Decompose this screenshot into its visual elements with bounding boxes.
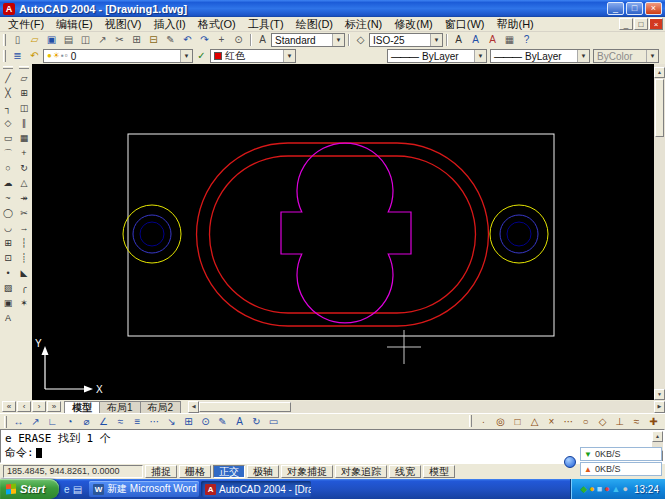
- restore-button[interactable]: □: [626, 2, 643, 15]
- start-button[interactable]: Start: [0, 479, 59, 499]
- bolt-hole-right-inner[interactable]: [507, 222, 531, 246]
- menu-item[interactable]: 绘图(D): [290, 17, 339, 32]
- status-osnap-button[interactable]: 对象捕捉: [281, 465, 333, 478]
- status-model-button[interactable]: 模型: [423, 465, 455, 478]
- copy-object-icon[interactable]: ⊞: [17, 86, 32, 101]
- pan-icon[interactable]: +: [213, 33, 230, 47]
- tray-icon-3[interactable]: ■: [597, 485, 602, 494]
- tab-layout2[interactable]: 布局2: [140, 401, 182, 413]
- dropdown-arrow-icon[interactable]: ▼: [474, 50, 486, 62]
- task-autocad[interactable]: A AutoCAD 2004 - [Dra...: [201, 481, 311, 497]
- child-close-button[interactable]: ×: [649, 18, 663, 30]
- rectangle-icon[interactable]: ▭: [1, 131, 16, 146]
- dim-ordinate-icon[interactable]: ∟: [44, 415, 61, 429]
- color-combo[interactable]: 红色 ▼: [210, 49, 296, 63]
- dropdown-arrow-icon[interactable]: ▼: [577, 50, 589, 62]
- menu-item[interactable]: 窗口(W): [439, 17, 491, 32]
- status-grid-button[interactable]: 栅格: [179, 465, 211, 478]
- toolbar-grip[interactable]: [3, 34, 6, 46]
- snap-intersection-icon[interactable]: ×: [543, 415, 560, 429]
- quicklaunch-desktop-icon[interactable]: ▤: [73, 484, 82, 495]
- tab-last-button[interactable]: »: [47, 401, 61, 412]
- polygon-icon[interactable]: ◇: [1, 116, 16, 131]
- redo-icon[interactable]: ↷: [196, 33, 213, 47]
- hatch-icon[interactable]: ▨: [1, 281, 16, 296]
- copy-icon[interactable]: ⊞: [128, 33, 145, 47]
- undo-icon[interactable]: ↶: [179, 33, 196, 47]
- extend-icon[interactable]: →: [17, 221, 32, 236]
- horizontal-scroll-thumb[interactable]: [199, 402, 291, 412]
- dim-angular-icon[interactable]: ∠: [95, 415, 112, 429]
- dim-style-icon[interactable]: ▭: [265, 415, 282, 429]
- mtext-icon[interactable]: A: [450, 33, 467, 47]
- cad-drawing[interactable]: Y X: [32, 64, 654, 400]
- array-icon[interactable]: ▦: [17, 131, 32, 146]
- dim-tolerance-icon[interactable]: ⊞: [180, 415, 197, 429]
- trim-icon[interactable]: ✂: [17, 206, 32, 221]
- dim-continue-icon[interactable]: ⋯: [146, 415, 163, 429]
- mtext-tool-icon[interactable]: A: [1, 311, 16, 326]
- quicklaunch-ie-icon[interactable]: e: [64, 484, 70, 495]
- mirror-icon[interactable]: ◫: [17, 101, 32, 116]
- new-file-icon[interactable]: ▯: [9, 33, 26, 47]
- explode-icon[interactable]: ✶: [17, 296, 32, 311]
- tray-icon-4[interactable]: ●: [604, 485, 609, 494]
- save-icon[interactable]: ▣: [43, 33, 60, 47]
- bolt-ring-right[interactable]: [490, 205, 548, 263]
- toolbar-grip[interactable]: [19, 66, 29, 69]
- insert-block-icon[interactable]: ⊞: [1, 236, 16, 251]
- toolbar-grip[interactable]: [3, 66, 13, 69]
- close-button[interactable]: ×: [645, 2, 662, 15]
- scale-icon[interactable]: △: [17, 176, 32, 191]
- spline-icon[interactable]: ~: [1, 191, 16, 206]
- paste-icon[interactable]: ⊟: [145, 33, 162, 47]
- vertical-scroll-thumb[interactable]: [655, 79, 664, 137]
- dim-radius-icon[interactable]: ◔: [61, 415, 78, 429]
- text-style-manager-icon[interactable]: A: [254, 33, 271, 47]
- rotate-icon[interactable]: ↻: [17, 161, 32, 176]
- tab-first-button[interactable]: «: [2, 401, 16, 412]
- offset-icon[interactable]: ∥: [17, 116, 32, 131]
- zoom-realtime-icon[interactable]: ⊙: [230, 33, 247, 47]
- publish-icon[interactable]: ↗: [94, 33, 111, 47]
- construction-line-icon[interactable]: ╳: [1, 86, 16, 101]
- snap-quadrant-icon[interactable]: ◇: [594, 415, 611, 429]
- make-block-icon[interactable]: ⊡: [1, 251, 16, 266]
- break-icon[interactable]: ┊: [17, 251, 32, 266]
- scroll-left-icon[interactable]: ◀: [188, 401, 199, 413]
- bolt-hole-left[interactable]: [133, 215, 171, 253]
- status-lineweight-button[interactable]: 线宽: [389, 465, 421, 478]
- menu-item[interactable]: 格式(O): [192, 17, 242, 32]
- titlebar[interactable]: A AutoCAD 2004 - [Drawing1.dwg] _ □ ×: [0, 0, 665, 17]
- help-icon[interactable]: ?: [518, 33, 535, 47]
- polyline-icon[interactable]: ┐: [1, 101, 16, 116]
- dtext-icon[interactable]: A: [467, 33, 484, 47]
- scroll-up-icon[interactable]: ▲: [652, 431, 663, 442]
- region-icon[interactable]: ▣: [1, 296, 16, 311]
- task-word-document[interactable]: W 新建 Microsoft Word ...: [89, 481, 199, 497]
- tab-layout1[interactable]: 布局1: [99, 401, 141, 413]
- gasket-outer-stadium[interactable]: [197, 143, 489, 326]
- child-minimize-button[interactable]: _: [619, 18, 633, 30]
- dim-diameter-icon[interactable]: ⌀: [78, 415, 95, 429]
- plot-preview-icon[interactable]: ◫: [77, 33, 94, 47]
- dropdown-arrow-icon[interactable]: ▼: [332, 34, 344, 46]
- scroll-up-icon[interactable]: ▲: [654, 67, 665, 78]
- toolbar-grip[interactable]: [4, 416, 7, 428]
- dim-linear-icon[interactable]: ↔: [10, 415, 27, 429]
- command-prompt[interactable]: 命令:: [5, 445, 34, 460]
- snap-track-icon[interactable]: ∙: [475, 415, 492, 429]
- cut-icon[interactable]: ✂: [111, 33, 128, 47]
- tray-icon-2[interactable]: ●: [589, 485, 594, 494]
- dim-style-manager-icon[interactable]: ◇: [352, 33, 369, 47]
- snap-nearest-icon[interactable]: ≈: [628, 415, 645, 429]
- circle-icon[interactable]: ○: [1, 161, 16, 176]
- dim-aligned-icon[interactable]: ↗: [27, 415, 44, 429]
- drawing-canvas[interactable]: Y X: [32, 64, 654, 400]
- snap-center-icon[interactable]: ○: [577, 415, 594, 429]
- plot-icon[interactable]: ▤: [60, 33, 77, 47]
- stretch-icon[interactable]: ↠: [17, 191, 32, 206]
- dim-edit-icon[interactable]: ✎: [214, 415, 231, 429]
- ellipse-icon[interactable]: ◯: [1, 206, 16, 221]
- layer-previous-icon[interactable]: ↶: [26, 49, 43, 63]
